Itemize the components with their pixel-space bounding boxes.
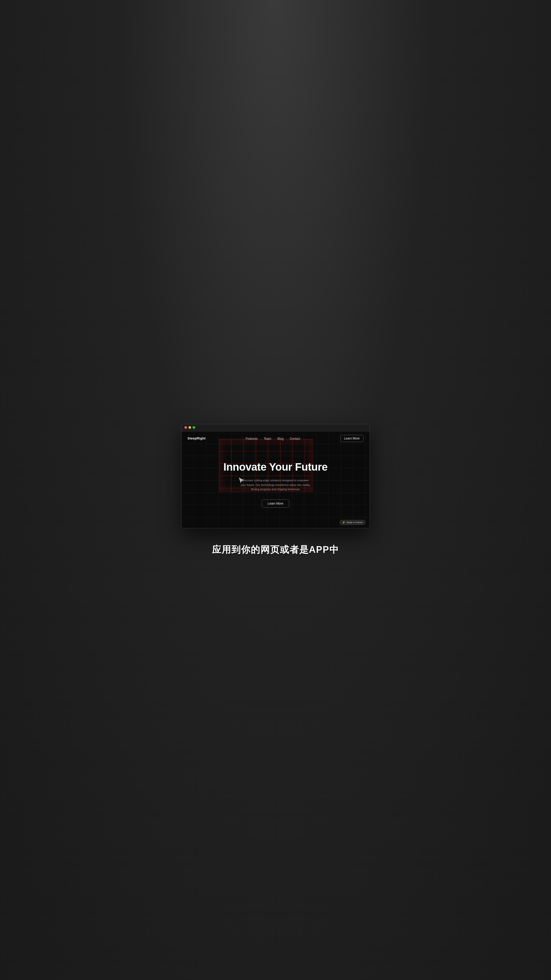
framer-icon: ⚡ <box>342 521 345 524</box>
nav-item-contact[interactable]: Contact <box>289 436 300 441</box>
nav-item-blog[interactable]: Blog <box>277 436 283 441</box>
nav-cta-button[interactable]: Learn More <box>340 435 364 442</box>
browser-dot-red <box>184 426 187 429</box>
browser-window: SleepRight Features Team Blog Contact <box>181 424 370 528</box>
hero-section: Innovate Your Future Discover cutting-ed… <box>181 445 370 528</box>
browser-dot-green <box>192 426 195 429</box>
browser-dot-yellow <box>189 426 191 429</box>
cursor-icon <box>238 477 245 484</box>
framer-badge-text: Made in Framer <box>346 521 363 524</box>
nav-links: Features Team Blog Contact <box>246 436 300 441</box>
nav-link-features[interactable]: Features <box>246 437 258 441</box>
website-content: SleepRight Features Team Blog Contact <box>181 431 370 528</box>
nav-item-features[interactable]: Features <box>246 436 258 441</box>
framer-badge: ⚡ Made in Framer <box>340 520 365 525</box>
navbar: SleepRight Features Team Blog Contact <box>181 431 370 445</box>
nav-link-team[interactable]: Team <box>264 437 271 441</box>
hero-title: Innovate Your Future <box>224 461 327 473</box>
nav-logo: SleepRight <box>187 436 206 440</box>
page-wrapper: SleepRight Features Team Blog Contact <box>5 424 546 556</box>
nav-link-blog[interactable]: Blog <box>277 437 283 441</box>
nav-link-contact[interactable]: Contact <box>289 437 300 441</box>
hero-subtitle: Discover cutting-edge solutions designed… <box>240 478 311 492</box>
hero-cta-button[interactable]: Learn More <box>262 500 289 508</box>
nav-item-team[interactable]: Team <box>264 436 271 441</box>
browser-chrome <box>181 424 370 431</box>
chinese-subtitle: 应用到你的网页或者是APP中 <box>212 544 339 556</box>
